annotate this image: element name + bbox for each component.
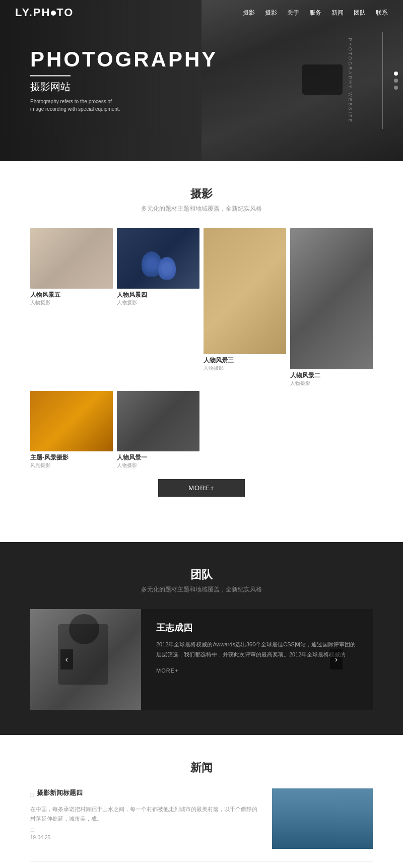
team-member-name: 王志成四 bbox=[156, 622, 358, 634]
photography-title: 摄影 bbox=[30, 186, 373, 202]
hero-dot-1[interactable] bbox=[394, 72, 398, 76]
news-date-1: 19-04-25 bbox=[30, 835, 262, 840]
news-image-1 bbox=[272, 788, 373, 849]
news-item-1: □ 摄影新闻标题四 在中国，每条承诺把村舞蹈于山水之间，每一个村都被他走到城市的… bbox=[30, 788, 373, 849]
news-text-1: □ 摄影新闻标题四 在中国，每条承诺把村舞蹈于山水之间，每一个村都被他走到城市的… bbox=[30, 788, 262, 840]
hero-title-en: PHOTOGRAPHY bbox=[30, 48, 218, 71]
main-nav: 摄影 摄影 关于 服务 新闻 团队 联系 bbox=[243, 9, 388, 17]
team-card: 王志成四 2012年全球最将权威的Awwards选出360个全球最佳CSS网站，… bbox=[30, 609, 373, 710]
site-logo[interactable]: LY.PHTO bbox=[15, 6, 74, 19]
hero-subtitle: Photography refers to the process of ima… bbox=[30, 98, 121, 113]
photo-item-2[interactable]: 人物风景四 人物摄影 bbox=[117, 228, 199, 306]
hero-dot-3[interactable] bbox=[394, 86, 398, 90]
news-section: 新闻 □ 摄影新闻标题四 在中国，每条承诺把村舞蹈于山水之间，每一个村都被他走到… bbox=[0, 735, 403, 868]
news-title: 新闻 bbox=[30, 760, 373, 775]
team-title: 团队 bbox=[30, 567, 373, 582]
photo-item-4[interactable]: 人物风景二 人物摄影 bbox=[290, 228, 373, 387]
hero-section: LY.PHTO 摄影 摄影 关于 服务 新闻 团队 联系 PHOTOGRAPHY… bbox=[0, 0, 403, 161]
team-subtitle: 多元化的题材主题和地域覆盖，全新纪实风格 bbox=[30, 585, 373, 594]
hero-title-zh: 摄影网站 bbox=[30, 81, 218, 94]
more-btn-wrap: MORE+ bbox=[30, 479, 373, 497]
hero-vertical-line bbox=[382, 32, 383, 129]
team-next-button[interactable]: › bbox=[330, 649, 343, 670]
hero-slide-dots bbox=[394, 72, 398, 90]
team-member-photo bbox=[30, 609, 141, 710]
team-section: 团队 多元化的题材主题和地域覆盖，全新纪实风格 ‹ 王志成四 2012年全球最将… bbox=[0, 542, 403, 735]
news-title-1: 摄影新闻标题四 bbox=[37, 788, 83, 797]
photo-item-3[interactable]: 人物风景三 人物摄影 bbox=[204, 228, 286, 372]
photo-item-5[interactable]: 主题-风景摄影 风光摄影 bbox=[30, 391, 113, 469]
team-slider: ‹ 王志成四 2012年全球最将权威的Awwards选出360个全球最佳CSS网… bbox=[30, 609, 373, 710]
photography-subtitle: 多元化的题材主题和地域覆盖，全新纪实风格 bbox=[30, 205, 373, 213]
photo-row-2: 主题-风景摄影 风光摄影 人物风景一 人物摄影 bbox=[30, 391, 373, 469]
nav-news[interactable]: 新闻 bbox=[331, 9, 344, 17]
photography-more-button[interactable]: MORE+ bbox=[158, 479, 245, 497]
news-tag-icon: □ bbox=[30, 792, 34, 798]
nav-contact[interactable]: 联系 bbox=[376, 9, 388, 17]
news-desc-1: 在中国，每条承诺把村舞蹈于山水之间，每一个村都被他走到城市的最美村落，以千个僻静… bbox=[30, 805, 262, 823]
team-prev-button[interactable]: ‹ bbox=[60, 649, 73, 670]
team-member-desc: 2012年全球最将权威的Awwards选出360个全球最佳CSS网站，通过国际评… bbox=[156, 640, 358, 660]
hero-content: PHOTOGRAPHY 摄影网站 Photography refers to t… bbox=[30, 48, 218, 113]
news-divider bbox=[30, 861, 373, 862]
nav-service[interactable]: 服务 bbox=[309, 9, 321, 17]
hero-divider bbox=[30, 76, 71, 77]
photo-row-1: 人物风景五 人物摄影 人物风景四 人物摄影 人物风景三 bbox=[30, 228, 373, 387]
nav-about[interactable]: 关于 bbox=[287, 9, 299, 17]
team-more-link[interactable]: MORE+ bbox=[156, 667, 358, 674]
photo-item-6[interactable]: 人物风景一 人物摄影 bbox=[117, 391, 199, 469]
hero-side-text: PHOTOGRAPHY WEBSITE bbox=[348, 38, 353, 123]
photography-section: 摄影 多元化的题材主题和地域覆盖，全新纪实风格 人物风景五 人物摄影 bbox=[0, 161, 403, 542]
nav-home[interactable]: 摄影 bbox=[243, 9, 255, 17]
photo-grid: 人物风景五 人物摄影 人物风景四 人物摄影 人物风景三 bbox=[30, 228, 373, 469]
hero-dot-2[interactable] bbox=[394, 79, 398, 83]
nav-team[interactable]: 团队 bbox=[354, 9, 366, 17]
photo-item-1[interactable]: 人物风景五 人物摄影 bbox=[30, 228, 113, 306]
nav-photography[interactable]: 摄影 bbox=[265, 9, 277, 17]
site-header: LY.PHTO 摄影 摄影 关于 服务 新闻 团队 联系 bbox=[0, 0, 403, 25]
news-comment-1: ☐ bbox=[30, 827, 262, 833]
